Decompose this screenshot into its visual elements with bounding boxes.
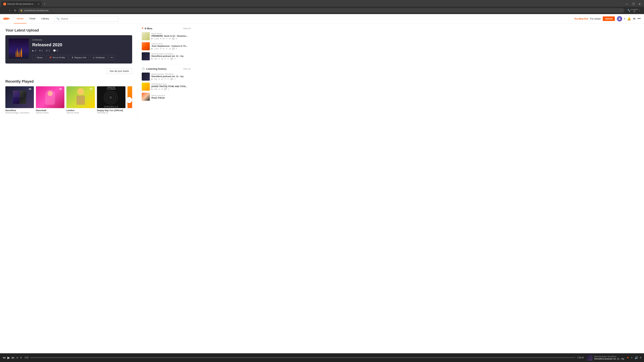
player-repeat-button[interactable]: ↺ [20, 356, 22, 359]
likes-track-3[interactable]: Biotechnologia / Densiflora Densiflora p… [142, 52, 190, 60]
try-next-pro-button[interactable]: Try Next Pro [574, 17, 588, 20]
notifications-icon[interactable]: 🔔 [627, 17, 631, 21]
soundcloud-overlay-icon-3 [90, 88, 94, 91]
history-channel-2: PRZFM109.2 Asia [152, 83, 190, 85]
svg-rect-26 [62, 89, 62, 89]
repost-icon-l2: ⟳ [166, 48, 167, 50]
soundcloud-logo[interactable] [3, 16, 10, 21]
history-track-stats-1: ▶ 642 ♥ 42 ⟳ 17 💬 3 [152, 78, 190, 80]
history-track-stats-2: ▶ 438 ♥ 16 💬 2 [152, 88, 190, 90]
track-artist-2: Various Artists [36, 112, 64, 114]
track-card-3[interactable]: London Various Artists [66, 86, 95, 114]
upload-artist: A24beaba [32, 38, 129, 41]
user-avatar[interactable] [617, 16, 622, 21]
address-bar[interactable]: 🔒 soundcloud.com/discover ☆ [18, 8, 624, 13]
player-play-button[interactable]: ▶ [8, 356, 10, 359]
carousel-next-button[interactable]: › [126, 97, 132, 103]
svg-rect-2 [4, 17, 5, 20]
share-button[interactable]: ↑ Share [32, 55, 45, 60]
history-track-3[interactable]: Skinny Fabulous Road Tribute [142, 93, 190, 101]
repost-icon-h1: ⟳ [164, 78, 166, 80]
history-track-1[interactable]: Biotechnologia / Densiflora Densiflora p… [142, 72, 190, 81]
history-icon: 🕐 [142, 67, 145, 70]
tab-favicon [3, 3, 6, 5]
history-track-info-2: PRZFM109.2 Asia [HARD TRUTH] TITHE AND T… [152, 83, 190, 90]
player-track-text: Biotechnologia / Densiflora Densiflora p… [594, 356, 624, 360]
player-progress-bar[interactable] [30, 357, 576, 358]
nav-feed[interactable]: Feed [26, 14, 38, 23]
more-actions-button[interactable]: ••• [109, 55, 115, 60]
track-card-img-2 [36, 86, 64, 108]
play-icon-l2: ▶ [152, 48, 153, 50]
main-content: Your Latest Upload A24beaba [0, 23, 644, 119]
track-title-1: Densiflora [5, 109, 34, 112]
restore-button[interactable]: ❐ [632, 2, 635, 6]
menu-button[interactable]: ⋮ [637, 8, 642, 13]
track-artist-3: Various Artists [66, 112, 95, 114]
likes-section-header: ♥ 8 likes View all [142, 27, 190, 30]
player-channel: Biotechnologia / Densiflora [594, 356, 624, 358]
upload-button[interactable]: Upload [603, 16, 615, 21]
player-volume-icon[interactable]: 🔊 [635, 356, 638, 359]
replace-file-button[interactable]: ⬆ Replace File [69, 55, 89, 60]
player-next-button[interactable]: ⏭ [12, 356, 14, 360]
likes-stat: ♥ 1 [39, 49, 43, 52]
player-add-icon[interactable]: ＋ [630, 356, 633, 360]
tab-close-icon[interactable]: ✕ [38, 3, 40, 5]
player-queue-icon[interactable]: ≡ [640, 356, 641, 359]
likes-thumb-placeholder-2 [142, 42, 150, 50]
likes-track-title-1: PREMIERE: Nosh & SJ - Dreamsc... [152, 35, 190, 37]
new-tab-button[interactable]: + [42, 2, 47, 6]
back-button[interactable]: ‹ [2, 8, 7, 13]
pin-to-profile-button[interactable]: 📌 Pin to Profile [46, 55, 68, 60]
likes-channel-2: Sweet & Sour [152, 43, 190, 45]
sidebar: ♥ 8 likes View all Raven Musik PREMIERE:… [138, 23, 194, 119]
search-input[interactable] [61, 17, 116, 20]
more-options-icon[interactable]: ••• [638, 17, 641, 20]
play-icon-h2: ▶ [152, 88, 153, 90]
history-thumb-1 [142, 72, 150, 81]
latest-upload-title: Your Latest Upload [5, 28, 132, 32]
likes-track-title-3: Densiflora podcast vol. 11 - Iny [152, 55, 190, 57]
forward-button[interactable]: › [8, 8, 12, 13]
likes-track-info-2: Sweet & Sour Jono Stephenson - Colours I… [152, 43, 190, 50]
history-track-title-2: [HARD TRUTH] TITHE AND TITHI... [152, 85, 190, 88]
player-bar: ⏮ ▶ ⏭ ⇌ ↺ 0:00 1:58:34 Biotechnologia / … [0, 353, 644, 359]
track-card-4[interactable]: Deejay-GijsCox (Official) 2PROMILLE [97, 86, 126, 114]
nav-home[interactable]: Home [14, 14, 26, 23]
svg-rect-29 [90, 88, 91, 90]
avatar-dropdown-icon[interactable]: ▾ [624, 17, 625, 20]
player-prev-button[interactable]: ⏮ [3, 356, 6, 360]
track-card-1[interactable]: Densiflora Biotechnologia / Densiflora [5, 86, 34, 114]
messages-icon[interactable]: ✉ [633, 17, 636, 21]
history-thumb-3 [142, 93, 150, 101]
svg-rect-14 [30, 88, 30, 90]
close-button[interactable]: ✕ [638, 2, 641, 6]
reload-button[interactable]: ↻ [13, 8, 18, 13]
recently-played-title: Recently Played [5, 79, 132, 84]
track-card-img-4: Deejay-GijsCox (Official) 2PROMILLE [97, 86, 126, 108]
distribute-button[interactable]: ⊙ Distribute [90, 55, 107, 60]
play-icon-l1: ▶ [152, 37, 153, 40]
track-artist-1: Biotechnologia / Densiflora [5, 112, 34, 114]
history-track-2[interactable]: PRZFM109.2 Asia [HARD TRUTH] TITHE AND T… [142, 83, 190, 91]
see-all-tracks-button[interactable]: See all your tracks [106, 68, 132, 74]
nav-library[interactable]: Library [38, 14, 52, 23]
player-shuffle-button[interactable]: ⇌ [16, 356, 18, 359]
likes-track-info-1: Raven Musik PREMIERE: Nosh & SJ - Dreams… [152, 33, 190, 40]
likes-view-all[interactable]: View all [183, 27, 190, 30]
likes-thumb-placeholder-3 [142, 52, 150, 60]
for-artists-link[interactable]: For Artists [590, 17, 601, 20]
likes-track-2[interactable]: Sweet & Sour Jono Stephenson - Colours I… [142, 42, 190, 50]
minimize-button[interactable]: — [625, 2, 629, 5]
likes-track-1[interactable]: Raven Musik PREMIERE: Nosh & SJ - Dreams… [142, 32, 190, 40]
bookmark-icon[interactable]: ☆ [620, 9, 622, 12]
profile-button[interactable]: Incognito (3) [632, 8, 636, 13]
track-card-2[interactable]: Dancehall Various Artists [36, 86, 64, 114]
player-like-button[interactable]: ♥ [627, 356, 629, 360]
history-view-all[interactable]: View all [183, 67, 190, 70]
browser-tab[interactable]: Discover the top streamed mus... ✕ [1, 1, 42, 7]
history-track-title-1: Densiflora podcast vol. 11 - Iny [152, 75, 190, 78]
repost-icon-l3: ⟳ [164, 58, 166, 60]
replace-icon: ⬆ [72, 56, 73, 59]
